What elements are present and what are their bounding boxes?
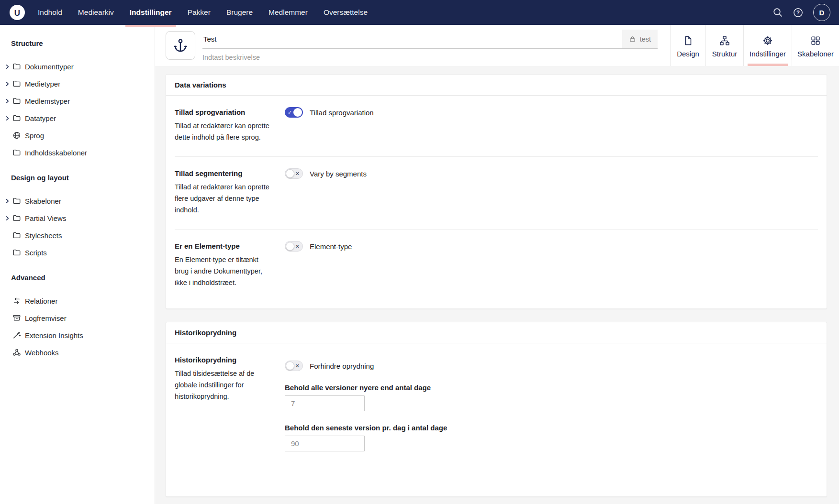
folder-icon bbox=[12, 197, 22, 205]
property-editor-column: ✕ Element-type bbox=[285, 241, 818, 288]
avatar-initial: D bbox=[819, 9, 825, 17]
search-icon[interactable] bbox=[772, 7, 783, 18]
sidebar-item-label: Skabeloner bbox=[25, 197, 61, 205]
globe-icon bbox=[12, 131, 22, 140]
toggle-knob bbox=[286, 242, 294, 251]
sidebar-item-extension-insights[interactable]: Extension Insights bbox=[0, 327, 155, 344]
property-description: En Element-type er tiltænkt brug i andre… bbox=[175, 254, 273, 288]
sidebar-item-logfremviser[interactable]: Logfremviser bbox=[0, 309, 155, 327]
toggle-label: Vary by segments bbox=[310, 170, 367, 178]
sidebar-item-medlemstyper[interactable]: Medlemstyper bbox=[0, 92, 155, 110]
sidebar-item-dokumenttyper[interactable]: Dokumenttyper bbox=[0, 58, 155, 75]
nav-item-brugere[interactable]: Brugere bbox=[226, 0, 253, 25]
toggle-state-icon: ✕ bbox=[295, 171, 300, 176]
name-input[interactable] bbox=[202, 30, 622, 48]
sidebar-item-label: Logfremviser bbox=[25, 314, 67, 322]
sidebar-item-label: Partial Views bbox=[25, 214, 66, 222]
card-header: Historikoprydning bbox=[166, 322, 827, 343]
sidebar-item-label: Medietyper bbox=[25, 80, 60, 88]
property-description: Tillad at redaktører kan oprette flere u… bbox=[175, 181, 273, 216]
property-row-tillad-sprogvariation: Tillad sprogvariation Tillad at redaktør… bbox=[175, 96, 818, 157]
sidebar-item-indholdsskabeloner[interactable]: Indholdsskabeloner bbox=[0, 144, 155, 161]
chevron-right-icon[interactable] bbox=[4, 198, 11, 204]
field-label-keep-latest-version: Behold den seneste version pr. dag i ant… bbox=[285, 424, 818, 432]
tab-indstillinger[interactable]: Indstillinger bbox=[743, 25, 792, 66]
nav-item-oversaettelse[interactable]: Oversættelse bbox=[324, 0, 368, 25]
tab-label: Skabeloner bbox=[797, 50, 834, 58]
nav-item-medlemmer[interactable]: Medlemmer bbox=[268, 0, 308, 25]
toggle-element-type[interactable]: ✕ bbox=[285, 241, 303, 252]
sidebar-item-relationer[interactable]: Relationer bbox=[0, 292, 155, 309]
sitemap-icon bbox=[719, 35, 730, 46]
toggle-forhindre-oprydning[interactable]: ✕ bbox=[285, 361, 303, 371]
property-description: Tillad tilsidesættelse af de globale ind… bbox=[175, 368, 273, 402]
tab-skabeloner[interactable]: Skabeloner bbox=[792, 25, 839, 66]
toggle-row: ✓ Tillad sprogvariation bbox=[285, 107, 818, 118]
grid-icon bbox=[810, 35, 821, 46]
card-title: Data variations bbox=[175, 81, 226, 89]
sidebar-section-design-og-layout: Design og layout Skabeloner Partial View… bbox=[0, 174, 155, 261]
nav-item-indstillinger[interactable]: Indstillinger bbox=[130, 0, 172, 25]
document-type-anchor-icon-button[interactable] bbox=[166, 31, 195, 60]
top-nav-items: Indhold Mediearkiv Indstillinger Pakker … bbox=[38, 0, 368, 25]
sidebar-item-scripts[interactable]: Scripts bbox=[0, 244, 155, 261]
property-label-column: Tillad sprogvariation Tillad at redaktør… bbox=[175, 107, 273, 143]
sidebar-item-webhooks[interactable]: Webhooks bbox=[0, 344, 155, 361]
sidebar-item-datatyper[interactable]: Datatyper bbox=[0, 110, 155, 127]
toggle-vary-by-segments[interactable]: ✕ bbox=[285, 168, 303, 179]
folder-icon bbox=[12, 62, 22, 71]
sidebar-item-medietyper[interactable]: Medietyper bbox=[0, 75, 155, 92]
nav-item-indhold[interactable]: Indhold bbox=[38, 0, 62, 25]
card-historikoprydning: Historikoprydning Historikoprydning Till… bbox=[166, 322, 827, 497]
toggle-row: ✕ Vary by segments bbox=[285, 168, 818, 179]
tab-design[interactable]: Design bbox=[670, 25, 705, 66]
sidebar-item-partial-views[interactable]: Partial Views bbox=[0, 209, 155, 227]
sidebar-item-label: Datatyper bbox=[25, 114, 56, 122]
toggle-knob bbox=[286, 169, 294, 178]
sidebar-item-label: Dokumenttyper bbox=[25, 63, 74, 71]
name-input-row: test bbox=[202, 30, 658, 49]
alias-badge[interactable]: test bbox=[622, 30, 658, 48]
tab-struktur[interactable]: Struktur bbox=[705, 25, 743, 66]
nav-item-pakker[interactable]: Pakker bbox=[188, 0, 211, 25]
property-editor-column: ✕ Vary by segments bbox=[285, 168, 818, 216]
folder-icon bbox=[12, 148, 22, 157]
property-row-tillad-segmentering: Tillad segmentering Tillad at redaktører… bbox=[175, 157, 818, 230]
toggle-tillad-sprogvariation[interactable]: ✓ bbox=[285, 107, 303, 118]
tab-label: Struktur bbox=[712, 50, 738, 58]
toggle-row: ✕ Element-type bbox=[285, 241, 818, 252]
name-and-description: test bbox=[202, 30, 658, 66]
chevron-right-icon[interactable] bbox=[4, 81, 11, 87]
gear-icon bbox=[762, 35, 773, 46]
chevron-right-icon[interactable] bbox=[4, 64, 11, 70]
sidebar-section-advanced: Advanced Relationer Logfremviser Extensi… bbox=[0, 274, 155, 361]
sidebar-item-stylesheets[interactable]: Stylesheets bbox=[0, 227, 155, 244]
chevron-right-icon[interactable] bbox=[4, 115, 11, 121]
property-label: Tillad sprogvariation bbox=[175, 107, 273, 118]
folder-icon bbox=[12, 114, 22, 122]
description-input[interactable] bbox=[202, 54, 658, 61]
input-keep-latest-version-days[interactable] bbox=[285, 436, 365, 451]
sidebar-item-skabeloner[interactable]: Skabeloner bbox=[0, 192, 155, 209]
property-label: Tillad segmentering bbox=[175, 168, 273, 179]
lock-icon bbox=[629, 35, 636, 43]
card-body: Historikoprydning Tillad tilsidesættelse… bbox=[166, 343, 827, 496]
input-keep-all-versions-days[interactable] bbox=[285, 395, 365, 411]
folder-icon bbox=[12, 79, 22, 88]
sidebar-item-label: Medlemstyper bbox=[25, 97, 70, 105]
chevron-right-icon[interactable] bbox=[4, 215, 11, 221]
chevron-right-icon[interactable] bbox=[4, 98, 11, 104]
nav-item-mediearkiv[interactable]: Mediearkiv bbox=[78, 0, 114, 25]
toggle-state-icon: ✕ bbox=[295, 244, 300, 249]
card-title: Historikoprydning bbox=[175, 329, 236, 337]
toggle-state-icon: ✕ bbox=[295, 363, 300, 369]
help-icon[interactable]: ? bbox=[793, 8, 803, 18]
sidebar-item-label: Webhooks bbox=[25, 349, 59, 357]
toggle-label: Forhindre oprydning bbox=[310, 362, 374, 370]
sidebar-item-sprog[interactable]: Sprog bbox=[0, 127, 155, 144]
sidebar-item-label: Stylesheets bbox=[25, 231, 62, 240]
settings-tree-sidebar: Structure Dokumenttyper Medietyper Medle… bbox=[0, 25, 155, 504]
umbraco-logo-icon[interactable]: U bbox=[10, 5, 25, 20]
user-avatar[interactable]: D bbox=[813, 4, 830, 21]
card-body: Tillad sprogvariation Tillad at redaktør… bbox=[166, 96, 827, 308]
